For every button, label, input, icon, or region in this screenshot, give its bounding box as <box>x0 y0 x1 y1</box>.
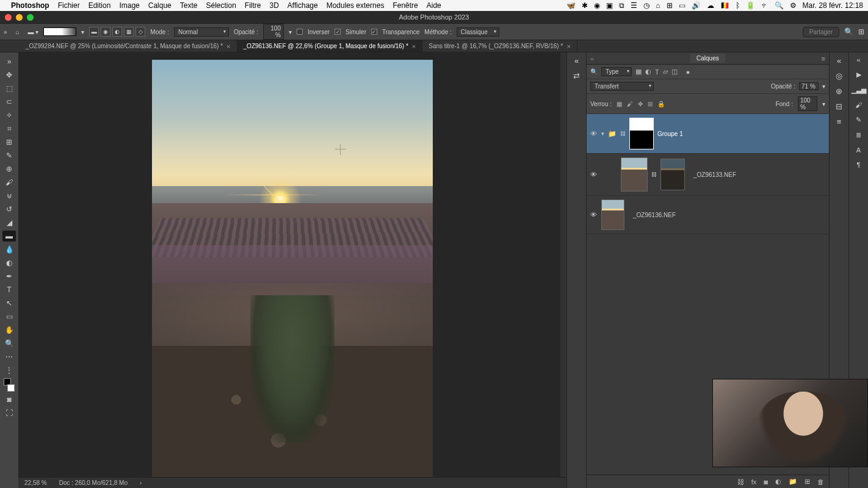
dodge-tool[interactable]: ◐ <box>2 257 16 268</box>
document-canvas[interactable] <box>152 60 433 481</box>
layer-row-group[interactable]: 👁 ▾ 📁 ⛓ Groupe 1 <box>587 114 829 154</box>
type-tool[interactable]: T <box>2 284 16 295</box>
more-tools-icon[interactable]: ⋯ <box>2 351 16 362</box>
layer-name[interactable]: Groupe 1 <box>657 131 683 137</box>
menubar-window-icon[interactable]: ▭ <box>679 1 685 10</box>
expand-icon[interactable]: » <box>4 29 7 35</box>
menubar-display-icon[interactable]: ▣ <box>606 1 613 10</box>
filter-pixel-icon[interactable]: ▦ <box>635 68 642 76</box>
layer-row[interactable]: 👁 ⛓ _OZ96133.NEF <box>587 154 829 196</box>
zoom-tool[interactable]: 🔍 <box>2 338 16 349</box>
menu-fichier[interactable]: Fichier <box>58 1 80 10</box>
gradient-radial-button[interactable]: ◉ <box>101 27 110 37</box>
layer-name[interactable]: _OZ96136.NEF <box>633 212 676 218</box>
libraries-icon[interactable]: ◎ <box>836 71 842 81</box>
layer-mask-thumb[interactable] <box>629 118 654 149</box>
paragraph-icon[interactable]: ¶ <box>857 161 861 168</box>
tab-2-close-icon[interactable]: × <box>566 43 570 50</box>
menubar-circle-icon[interactable]: ◉ <box>594 1 600 10</box>
lock-all-icon[interactable]: 🔒 <box>657 101 665 107</box>
menubar-control-icon[interactable]: ⚙ <box>790 1 797 10</box>
brushes-icon[interactable]: ✎ <box>856 116 861 124</box>
expand-col-icon[interactable]: « <box>574 56 579 65</box>
gradient-linear-button[interactable]: ▬ <box>89 27 99 37</box>
menubar-tool-icon[interactable]: ⌂ <box>656 1 660 10</box>
blur-tool[interactable]: 💧 <box>2 244 16 255</box>
cc-icon[interactable]: ⊕ <box>836 87 842 96</box>
tab-0-close-icon[interactable]: × <box>226 43 230 50</box>
menubar-module-icon[interactable]: ⊞ <box>667 1 673 10</box>
background-color[interactable] <box>7 384 15 392</box>
lock-pixels-icon[interactable]: 🖌 <box>627 101 633 107</box>
menubar-cloud-icon[interactable]: ☁ <box>707 1 714 10</box>
move-tool[interactable]: ✥ <box>2 70 16 81</box>
brush-settings-icon[interactable]: 🖌 <box>855 101 862 109</box>
opacity-dropdown-icon[interactable]: ▾ <box>289 29 292 35</box>
menubar-screen-icon[interactable]: ⧉ <box>619 1 624 10</box>
wand-tool[interactable]: ✧ <box>2 110 16 121</box>
eyedropper-tool[interactable]: ✎ <box>2 150 16 161</box>
filter-type-select[interactable]: Type <box>601 67 632 76</box>
menu-texte[interactable]: Texte <box>180 1 198 10</box>
gradient-preview[interactable] <box>43 27 76 36</box>
history-brush-tool[interactable]: ↺ <box>2 204 16 215</box>
eraser-tool[interactable]: ◢ <box>2 217 16 228</box>
filter-toggle-icon[interactable]: ● <box>686 68 690 76</box>
fill-field[interactable]: 100 % <box>798 96 817 111</box>
quickmask-tool[interactable]: ◙ <box>2 394 16 405</box>
visibility-toggle-icon[interactable]: 👁 <box>589 171 598 178</box>
layer-thumb[interactable] <box>621 157 648 192</box>
menubar-volume-icon[interactable]: 🔊 <box>692 1 701 10</box>
color-swatches[interactable] <box>2 378 16 392</box>
brush-tool[interactable]: 🖌 <box>2 177 16 188</box>
filter-type-icon[interactable]: T <box>655 68 659 76</box>
frame-tool[interactable]: ⊞ <box>2 137 16 148</box>
visibility-toggle-icon[interactable]: 👁 <box>589 211 598 218</box>
layers-tab[interactable]: Calques <box>690 54 725 63</box>
tab-0[interactable]: _OZ99284.NEF @ 25% (Luminosité/Contraste… <box>20 40 237 52</box>
hand-tool[interactable]: ✋ <box>2 325 16 336</box>
expand-col3-icon[interactable]: « <box>856 56 860 63</box>
workspace-icon[interactable]: ⊞ <box>858 27 864 36</box>
tool-preset-button[interactable]: ▬ ▾ <box>28 29 39 35</box>
stamp-tool[interactable]: ⊎ <box>2 190 16 201</box>
menu-filtre[interactable]: Filtre <box>245 1 261 10</box>
tab-1[interactable]: _OZ96136.NEF @ 22,6% (Groupe 1, Masque d… <box>237 40 423 52</box>
lock-position-icon[interactable]: ✥ <box>638 101 643 107</box>
menu-selection[interactable]: Sélection <box>206 1 236 10</box>
link-icon[interactable]: ⛓ <box>620 131 626 137</box>
share-button[interactable]: Partager <box>803 27 839 37</box>
home-button[interactable]: ⌂ <box>12 29 23 35</box>
heal-tool[interactable]: ⊕ <box>2 163 16 174</box>
filter-shape-icon[interactable]: ▱ <box>663 68 668 76</box>
simuler-checkbox[interactable] <box>335 29 341 35</box>
fx-icon[interactable]: fx <box>751 478 757 486</box>
filter-adjust-icon[interactable]: ◐ <box>645 68 651 76</box>
histogram-icon[interactable]: ▁▃▅ <box>852 86 866 94</box>
group-expand-icon[interactable]: ▾ <box>601 131 604 137</box>
menubar-app-icon[interactable]: 🦋 <box>566 1 576 10</box>
gradient-reflected-button[interactable]: ▦ <box>124 27 134 37</box>
link-layers-icon[interactable]: ⛓ <box>737 478 744 486</box>
marquee-tool[interactable]: ⬚ <box>2 83 16 94</box>
menubar-clock-icon[interactable]: ◷ <box>643 1 649 10</box>
menu-aide[interactable]: Aide <box>427 1 441 10</box>
expand-col2-icon[interactable]: « <box>837 56 841 65</box>
transparence-checkbox[interactable] <box>371 29 377 35</box>
opacity-field[interactable]: 100 % <box>263 24 284 40</box>
menubar-flag-icon[interactable]: 🇧🇪 <box>720 1 729 10</box>
clone-source-icon[interactable]: ≣ <box>856 131 861 139</box>
minimize-window-button[interactable] <box>16 14 23 21</box>
add-mask-icon[interactable]: ◙ <box>764 478 768 486</box>
gradient-tool[interactable]: ▬ <box>2 231 16 242</box>
menu-calque[interactable]: Calque <box>148 1 172 10</box>
panel-menu-icon[interactable]: ≡ <box>822 55 825 62</box>
path-tool[interactable]: ↖ <box>2 298 16 309</box>
layer-opacity-field[interactable]: 71 % <box>799 82 819 90</box>
status-arrow-icon[interactable]: › <box>140 479 142 486</box>
menubar-battery-icon[interactable]: 🔋 <box>746 1 755 10</box>
shape-tool[interactable]: ▭ <box>2 311 16 322</box>
lock-artboard-icon[interactable]: ⊞ <box>648 101 653 107</box>
adjustment-icon[interactable]: ◐ <box>775 478 781 486</box>
character-icon[interactable]: A <box>856 146 861 154</box>
